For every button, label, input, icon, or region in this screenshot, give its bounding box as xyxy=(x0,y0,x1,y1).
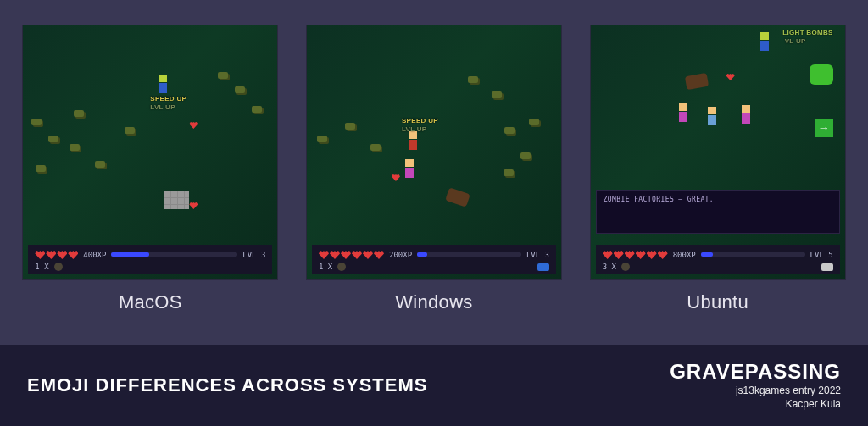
heart-icon xyxy=(658,250,668,259)
heart-icon xyxy=(319,250,329,259)
heart-icon xyxy=(341,250,351,259)
col-windows: SPEED UP LVL UP 200XP LVL 3 xyxy=(307,25,561,313)
grave-sprite xyxy=(164,191,189,209)
grass-speck xyxy=(70,144,80,151)
heart-icon xyxy=(614,250,624,259)
slide-title: Emoji Differences Across Systems xyxy=(27,374,427,396)
caption-ubuntu: Ubuntu xyxy=(687,291,748,313)
hearts xyxy=(35,250,78,259)
heart-pickup xyxy=(392,174,400,181)
popup-lvl-up: LVL UP xyxy=(402,125,427,133)
hud-row-inventory: 1 X xyxy=(319,263,549,271)
level-label: LVL 3 xyxy=(242,251,265,259)
character-sprite xyxy=(760,32,771,51)
screenshot-windows: SPEED UP LVL UP 200XP LVL 3 xyxy=(307,25,561,279)
popup-vl-up: VL UP xyxy=(785,37,806,45)
heart-icon xyxy=(374,250,384,259)
level-label: LVL 3 xyxy=(526,251,549,259)
arrow-tile-icon: → xyxy=(815,119,833,137)
grass-speck xyxy=(345,123,355,130)
grass-speck xyxy=(317,136,327,142)
dialog-text: ZOMBIE FACTORIES – GREAT. xyxy=(604,196,832,203)
col-ubuntu: LIGHT BOMBS VL UP → ZOMBIE FACTORIES – G… xyxy=(591,25,845,313)
heart-icon xyxy=(363,250,373,259)
heart-pickup xyxy=(726,73,735,80)
caption-macos: MacOS xyxy=(119,291,182,313)
grass-speck xyxy=(48,136,58,142)
hud: 400XP LVL 3 1 X xyxy=(28,245,272,274)
hearts xyxy=(319,250,384,259)
grass-speck xyxy=(36,165,46,172)
screenshot-ubuntu: LIGHT BOMBS VL UP → ZOMBIE FACTORIES – G… xyxy=(591,25,845,279)
key-hint-icon xyxy=(537,263,549,271)
hearts xyxy=(603,250,668,259)
character-sprite xyxy=(409,131,419,150)
character-sprite xyxy=(405,159,415,178)
popup-speed-up: SPEED UP xyxy=(150,95,186,102)
bomb-icon xyxy=(621,263,630,271)
inventory-count: 3 X xyxy=(603,263,616,271)
heart-icon xyxy=(603,250,613,259)
character-sprite xyxy=(159,75,169,93)
grass-speck xyxy=(468,76,478,83)
inventory-count: 1 X xyxy=(319,263,332,271)
character-sprite xyxy=(742,105,752,124)
grass-speck xyxy=(125,127,135,134)
hud-row-inventory: 3 X xyxy=(603,263,833,271)
xp-bar xyxy=(701,252,805,257)
xp-bar xyxy=(417,252,521,257)
caption-windows: Windows xyxy=(395,291,472,313)
heart-icon xyxy=(68,250,78,259)
dialog-box: ZOMBIE FACTORIES – GREAT. xyxy=(596,190,840,234)
coffin-sprite xyxy=(445,187,470,207)
footer-bar: Emoji Differences Across Systems GRAVEPA… xyxy=(0,345,868,426)
heart-icon xyxy=(647,250,657,259)
grass-speck xyxy=(529,119,539,125)
brand-name: GRAVEPASSING xyxy=(670,360,841,384)
grass-speck xyxy=(218,72,228,79)
xp-bar xyxy=(111,252,237,257)
screenshot-macos: SPEED UP LVL UP 400XP LVL 3 1 X xyxy=(23,25,277,279)
character-sprite xyxy=(708,107,718,125)
grass-speck xyxy=(31,119,42,125)
brand-sub1: js13kgames entry 2022 xyxy=(670,384,841,397)
heart-icon xyxy=(636,250,646,259)
grass-speck xyxy=(95,161,105,168)
xp-bar-fill xyxy=(111,252,149,257)
grass-speck xyxy=(492,91,502,98)
level-label: LVL 5 xyxy=(810,251,833,259)
hud-row-stats: 200XP LVL 3 xyxy=(319,250,549,259)
hud-row-stats: 800XP LVL 5 xyxy=(603,250,833,259)
popup-speed-up: SPEED UP xyxy=(402,117,438,124)
grass-speck xyxy=(370,144,381,151)
tree-sprite xyxy=(810,64,833,85)
xp-label: 200XP xyxy=(389,251,412,259)
coffin-sprite xyxy=(684,73,708,90)
xp-label: 400XP xyxy=(83,251,106,259)
heart-pickup xyxy=(189,202,198,209)
col-macos: SPEED UP LVL UP 400XP LVL 3 1 X xyxy=(23,25,277,313)
heart-icon xyxy=(330,250,340,259)
comparison-stage: SPEED UP LVL UP 400XP LVL 3 1 X xyxy=(0,0,868,345)
heart-icon xyxy=(35,250,45,259)
xp-bar-fill xyxy=(701,252,714,257)
heart-icon xyxy=(46,250,56,259)
xp-bar-fill xyxy=(417,252,427,257)
grass-speck xyxy=(252,106,262,113)
grass-speck xyxy=(74,110,84,117)
grass-speck xyxy=(504,169,514,176)
heart-pickup xyxy=(189,121,198,129)
hud-row-stats: 400XP LVL 3 xyxy=(35,250,265,259)
hud: 200XP LVL 3 1 X xyxy=(312,245,556,274)
xp-label: 800XP xyxy=(673,251,696,259)
brand-sub2: Kacper Kula xyxy=(670,397,841,411)
grass-speck xyxy=(520,152,531,159)
grass-speck xyxy=(504,127,515,134)
grass-speck xyxy=(235,86,245,93)
heart-icon xyxy=(625,250,635,259)
hud: 800XP LVL 5 3 X xyxy=(596,245,840,274)
bomb-icon xyxy=(54,263,63,271)
popup-lvl-up: LVL UP xyxy=(150,103,175,111)
footer-right: GRAVEPASSING js13kgames entry 2022 Kacpe… xyxy=(670,360,841,411)
popup-light-bombs: LIGHT BOMBS xyxy=(782,29,832,36)
